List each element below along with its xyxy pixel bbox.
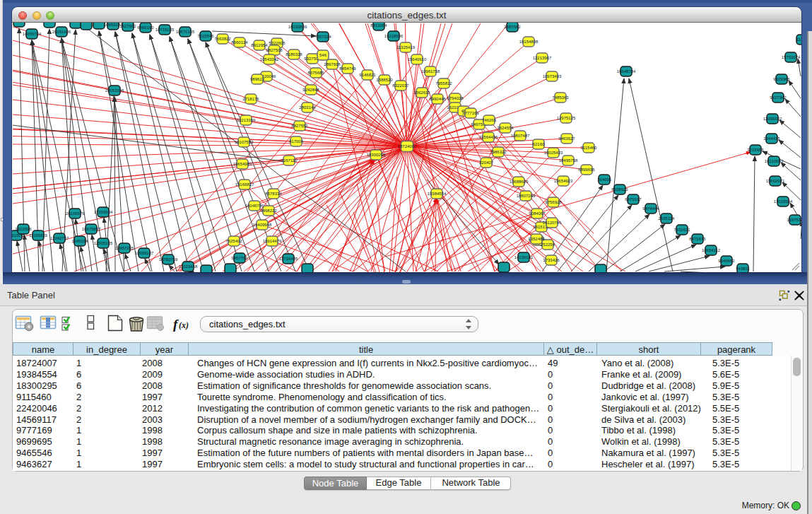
svg-text:8322037: 8322037 [392, 83, 409, 88]
svg-text:16046786: 16046786 [245, 204, 264, 208]
svg-text:546: 546 [319, 53, 327, 57]
svg-text:8813054: 8813054 [370, 23, 387, 28]
svg-text:9827508: 9827508 [266, 48, 283, 52]
svg-text:(x): (x) [179, 320, 189, 330]
svg-text:2718176: 2718176 [242, 97, 259, 101]
svg-text:1562615: 1562615 [413, 90, 430, 95]
svg-text:14136141: 14136141 [514, 255, 534, 259]
svg-text:9777169: 9777169 [462, 111, 479, 115]
svg-text:7632621: 7632621 [673, 228, 690, 232]
svg-text:2935114: 2935114 [659, 216, 676, 221]
svg-text:18807249: 18807249 [517, 194, 536, 198]
svg-text:7955812: 7955812 [435, 81, 452, 86]
svg-text:16120746: 16120746 [543, 221, 562, 225]
svg-text:9463627: 9463627 [558, 136, 575, 141]
svg-text:17016504: 17016504 [774, 199, 793, 204]
svg-text:3498222: 3498222 [260, 209, 277, 213]
svg-text:2687682: 2687682 [504, 25, 521, 29]
svg-text:19654923: 19654923 [554, 179, 573, 183]
svg-text:1352485: 1352485 [528, 237, 545, 241]
svg-text:12213369: 12213369 [237, 118, 256, 122]
svg-text:7485063: 7485063 [552, 95, 569, 100]
svg-text:989613: 989613 [250, 77, 265, 81]
svg-text:15640910: 15640910 [408, 57, 427, 62]
svg-text:15751074: 15751074 [782, 55, 801, 59]
svg-text:19692971: 19692971 [766, 179, 785, 183]
svg-text:13716485: 13716485 [279, 257, 298, 261]
svg-text:8675685: 8675685 [307, 71, 324, 75]
svg-text:10961758: 10961758 [421, 69, 440, 74]
svg-text:9084067: 9084067 [529, 211, 546, 216]
svg-text:6899695: 6899695 [578, 168, 595, 172]
svg-text:8471676: 8471676 [689, 237, 706, 241]
svg-text:10973493: 10973493 [543, 74, 562, 78]
svg-text:417004: 417004 [289, 139, 304, 144]
svg-text:6794028: 6794028 [447, 96, 464, 100]
svg-text:18300295: 18300295 [367, 153, 386, 157]
svg-text:1167534: 1167534 [787, 218, 801, 222]
svg-text:2867608: 2867608 [324, 62, 341, 66]
svg-text:16648784: 16648784 [617, 69, 636, 74]
svg-text:18724007: 18724007 [398, 144, 417, 148]
svg-text:2803144: 2803144 [299, 105, 316, 110]
svg-text:8660124: 8660124 [231, 40, 248, 45]
svg-text:11121: 11121 [796, 37, 801, 42]
svg-text:9329966: 9329966 [773, 77, 790, 81]
svg-text:1588520: 1588520 [376, 78, 393, 82]
svg-text:16210643: 16210643 [765, 159, 784, 163]
svg-text:10107553: 10107553 [235, 140, 254, 144]
svg-text:746266: 746266 [482, 118, 497, 122]
svg-text:9474444: 9474444 [642, 206, 659, 211]
svg-text:8938923: 8938923 [611, 187, 628, 192]
svg-text:1244415: 1244415 [763, 136, 780, 141]
svg-text:19654983: 19654983 [233, 162, 252, 166]
svg-text:9146821: 9146821 [359, 73, 376, 77]
svg-text:3267110: 3267110 [281, 158, 298, 163]
svg-text:9756928: 9756928 [545, 200, 562, 204]
svg-text:19218506: 19218506 [384, 34, 404, 38]
svg-text:10654112: 10654112 [702, 248, 721, 252]
svg-text:5322605: 5322605 [269, 41, 286, 45]
svg-text:16154808: 16154808 [519, 40, 539, 44]
svg-text:10025433: 10025433 [544, 151, 563, 155]
svg-text:16033809: 16033809 [288, 25, 307, 29]
svg-text:9457791: 9457791 [231, 256, 248, 260]
svg-text:10688609: 10688609 [510, 180, 529, 184]
svg-text:8990448: 8990448 [429, 97, 446, 101]
svg-text:8578334: 8578334 [265, 192, 282, 196]
svg-text:8454749: 8454749 [339, 66, 356, 71]
svg-text:12975125: 12975125 [557, 116, 576, 120]
svg-text:19166827: 19166827 [235, 182, 254, 187]
svg-text:f: f [173, 317, 179, 332]
svg-text:10807487: 10807487 [511, 134, 530, 138]
svg-text:7663822: 7663822 [214, 37, 231, 41]
svg-text:252254: 252254 [541, 243, 555, 247]
svg-text:62160: 62160 [533, 142, 545, 146]
svg-text:10543342: 10543342 [260, 57, 279, 62]
svg-text:9245652: 9245652 [718, 259, 735, 263]
svg-text:943811: 943811 [736, 267, 750, 271]
svg-text:16914479: 16914479 [263, 239, 282, 243]
svg-text:9115460: 9115460 [581, 146, 598, 150]
svg-text:8427552: 8427552 [291, 124, 308, 128]
svg-text:12093322: 12093322 [763, 117, 782, 121]
svg-text:7625402: 7625402 [225, 239, 242, 243]
svg-text:7515546: 7515546 [197, 34, 214, 38]
svg-text:11325419: 11325419 [396, 45, 416, 49]
svg-text:18495758: 18495758 [559, 158, 578, 163]
svg-text:1733426: 1733426 [543, 258, 560, 262]
svg-text:16409948: 16409948 [253, 223, 272, 227]
svg-text:19384554: 19384554 [428, 192, 447, 196]
svg-text:9227342: 9227342 [770, 95, 787, 100]
svg-text:220407: 220407 [479, 160, 494, 165]
svg-text:9242848: 9242848 [302, 88, 319, 92]
svg-text:164095: 164095 [597, 177, 612, 182]
svg-text:12213967: 12213967 [533, 56, 552, 60]
svg-text:3624554: 3624554 [497, 126, 514, 130]
svg-text:6479197: 6479197 [625, 197, 642, 201]
svg-text:3215955: 3215955 [747, 148, 764, 152]
svg-text:8912954: 8912954 [251, 43, 268, 47]
svg-text:21564436: 21564436 [479, 135, 498, 139]
svg-text:7986322: 7986322 [490, 150, 507, 154]
svg-text:7357224: 7357224 [314, 35, 331, 39]
